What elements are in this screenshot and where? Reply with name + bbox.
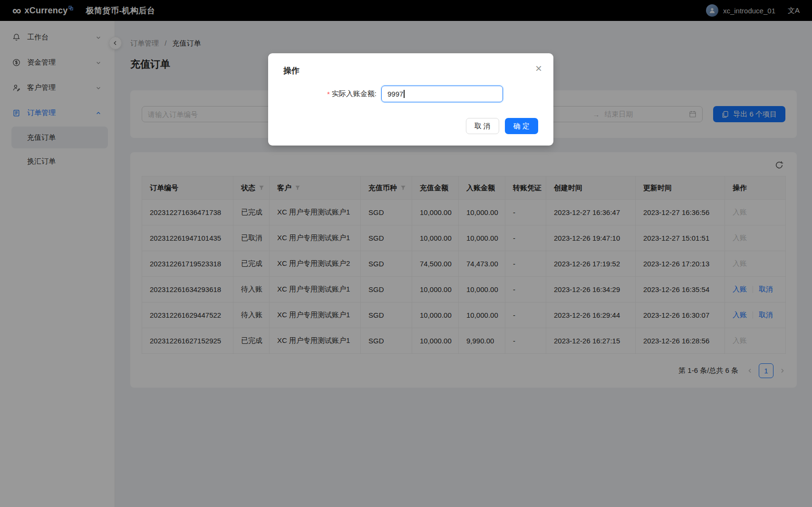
- amount-input[interactable]: 9997: [381, 86, 503, 102]
- app-screen: ∞ xCurrency 极简货币-机构后台 xc_introduce_01 文A…: [0, 0, 812, 507]
- modal-title: 操作: [268, 53, 553, 77]
- action-modal: 操作 × * 实际入账金额: 9997 取 消 确 定: [268, 53, 553, 146]
- cancel-button[interactable]: 取 消: [466, 118, 499, 134]
- confirm-button[interactable]: 确 定: [505, 118, 538, 134]
- amount-field-label: 实际入账金额:: [332, 89, 377, 98]
- required-asterisk: *: [327, 90, 330, 98]
- modal-body: * 实际入账金额: 9997: [268, 86, 553, 102]
- modal-footer: 取 消 确 定: [268, 118, 553, 134]
- text-caret: [404, 90, 405, 98]
- close-icon[interactable]: ×: [532, 60, 545, 77]
- amount-value: 9997: [387, 90, 403, 98]
